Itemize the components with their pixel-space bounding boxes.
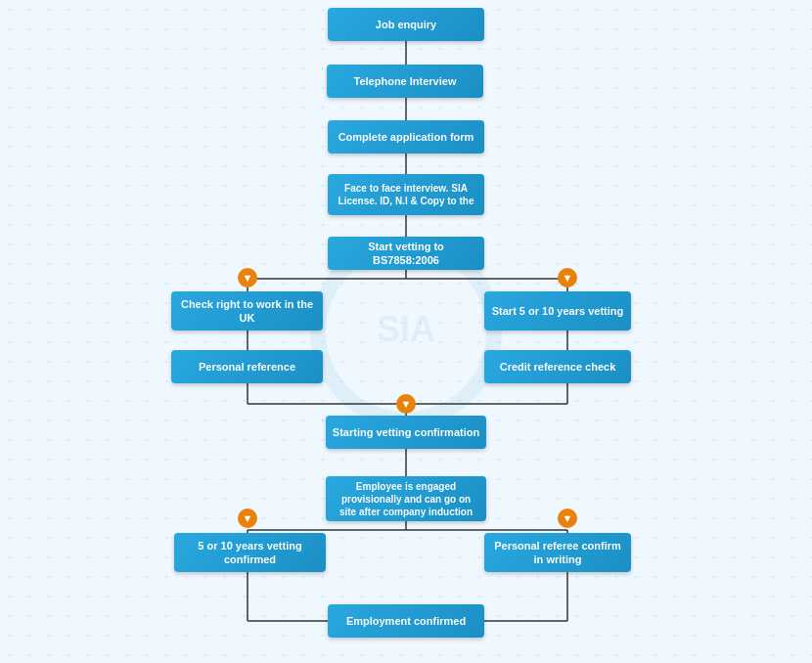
face-to-face-box: Face to face interview. SIA License. ID,… <box>328 174 484 215</box>
arrow-left-split: ▼ <box>238 268 257 287</box>
personal-referee-confirm-box: Personal referee confirm in writing <box>484 533 631 572</box>
job-enquiry-box: Job enquiry <box>328 8 484 41</box>
starting-vetting-confirm-box: Starting vetting confirmation <box>326 416 486 449</box>
complete-app-form-box: Complete application form <box>328 120 484 154</box>
arrow-right-split: ▼ <box>558 268 577 287</box>
credit-reference-box: Credit reference check <box>484 350 631 383</box>
arrow-center-vetting: ▼ <box>396 394 416 414</box>
check-right-work-box: Check right to work in the UK <box>171 291 323 331</box>
arrow-left-employed: ▼ <box>238 508 257 528</box>
start-vetting-box: Start vetting to BS7858:2006 <box>328 237 484 270</box>
telephone-interview-box: Telephone Interview <box>327 65 483 98</box>
diagram-container: Job enquiry Telephone Interview Complete… <box>0 0 812 663</box>
flow-connections <box>0 0 812 663</box>
5-10-years-confirmed-box: 5 or 10 years vetting confirmed <box>174 533 326 572</box>
arrow-right-employed: ▼ <box>558 508 577 528</box>
start-5-10-vetting-box: Start 5 or 10 years vetting <box>484 291 631 331</box>
employee-engaged-box: Employee is engaged provisionally and ca… <box>326 476 486 521</box>
personal-reference-box: Personal reference <box>171 350 323 383</box>
employment-confirmed-box: Employment confirmed <box>328 604 484 638</box>
